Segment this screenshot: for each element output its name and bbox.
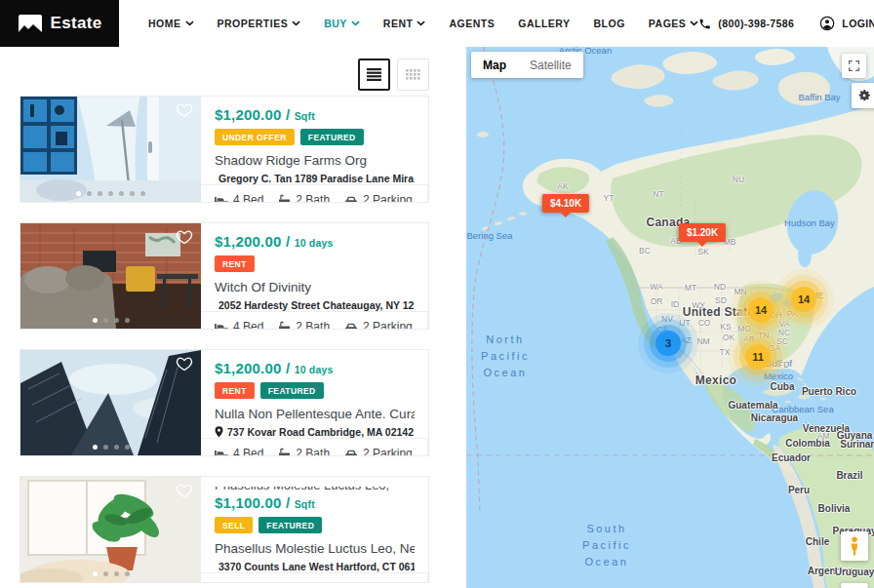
- listing-address: Gregory C. Tan 1789 Paradise Lane Mira L…: [215, 173, 415, 184]
- badge-row: UNDER OFFER FEATURED: [215, 129, 415, 145]
- listing-card[interactable]: $1,200.00 / 10 days RENT Witch Of Divini…: [20, 222, 429, 330]
- brand-logo[interactable]: Estate: [0, 0, 119, 47]
- map-settings-button[interactable]: [852, 83, 874, 108]
- listing-photo[interactable]: [20, 223, 201, 329]
- photo-blue-interior: [20, 97, 201, 202]
- area-feature: 4000 Sqft: [427, 439, 429, 457]
- sqft-icon: [428, 581, 429, 583]
- listing-card[interactable]: $1,200.00 / Sqft UNDER OFFER FEATURED Sh…: [20, 96, 429, 203]
- top-navbar: Estate HOME PROPERTIES BUY RENT AGENTS G…: [0, 0, 874, 47]
- phone-link[interactable]: (800)-398-7586: [698, 18, 794, 30]
- status-badge: RENT: [215, 382, 255, 399]
- login-register-link[interactable]: LOGIN / REGISTER: [819, 16, 874, 31]
- bed-icon: [215, 583, 228, 584]
- car-icon: [344, 449, 358, 457]
- listing-card[interactable]: $1,200.00 / 10 days RENT FEATURED Nulla …: [20, 349, 429, 456]
- cluster-marker[interactable]: 11: [745, 344, 771, 370]
- view-toolbar: [20, 59, 429, 91]
- chevron-down-icon: [690, 20, 698, 26]
- cluster-marker[interactable]: 3: [656, 331, 681, 356]
- listing-photo[interactable]: [20, 477, 201, 582]
- favorite-icon[interactable]: [176, 102, 193, 118]
- favorite-icon[interactable]: [176, 356, 193, 372]
- baths-feature: 2 Bath: [278, 193, 330, 203]
- listing-features: 4 Bed 2 Bath 2 Parking 4000 Sqft: [201, 438, 428, 456]
- carousel-dots[interactable]: [20, 571, 201, 576]
- listing-address: 737 Kovar Road Cambridge, MA 02142: [215, 426, 415, 438]
- nav-properties[interactable]: PROPERTIES: [218, 18, 301, 29]
- badge-row: SELL FEATURED: [215, 517, 415, 533]
- carousel-dots[interactable]: [20, 191, 201, 196]
- photo-skyscrapers: [20, 350, 201, 455]
- nav-pages[interactable]: PAGES: [649, 18, 698, 29]
- street-view-pegman-button[interactable]: [841, 531, 868, 561]
- zoom-control-partial[interactable]: [841, 583, 868, 588]
- bath-icon: [278, 448, 291, 456]
- listing-photo[interactable]: [20, 97, 201, 202]
- chevron-down-icon: [351, 20, 360, 26]
- clipped-title-line: Phasellus Molestie Luctus Leo, Nec.: [215, 487, 415, 494]
- price-marker[interactable]: $4.10K: [542, 194, 589, 213]
- satellite-view-button[interactable]: Satellite: [518, 52, 583, 78]
- list-view-button[interactable]: [358, 59, 390, 91]
- listing-price: $1,100.00 / Sqft: [215, 494, 415, 511]
- pegman-icon: [849, 535, 860, 557]
- price-marker[interactable]: $1.20K: [679, 223, 726, 242]
- status-badge: FEATURED: [300, 129, 364, 145]
- sqft-icon: [428, 320, 429, 330]
- baths-feature: 2 Bath: [278, 447, 330, 456]
- grid-view-icon: [406, 69, 420, 80]
- area-feature: 4000 Sqft: [427, 312, 429, 331]
- car-icon: [344, 195, 358, 204]
- nav-gallery[interactable]: GALLERY: [518, 18, 570, 29]
- listing-title[interactable]: Shadow Ridge Farms Org: [215, 153, 415, 168]
- login-label: LOGIN / REGISTER: [842, 18, 874, 29]
- listing-price: $1,200.00 / 10 days: [215, 233, 415, 250]
- status-badge: UNDER OFFER: [215, 129, 295, 145]
- listing-title[interactable]: Phasellus Molestie Luctus Leo, Nec.: [215, 541, 415, 556]
- carousel-dots[interactable]: [20, 445, 201, 450]
- parking-feature: 2 Parking: [344, 320, 413, 330]
- listing-price: $1,200.00 / 10 days: [215, 360, 415, 376]
- cluster-marker[interactable]: 14: [791, 287, 816, 312]
- favorite-icon[interactable]: [176, 229, 193, 245]
- favorite-icon[interactable]: [176, 483, 193, 498]
- listing-features: 4 Bed 2 Bath 2 Parking 4000 Sqft: [201, 311, 428, 330]
- fullscreen-icon: [848, 59, 860, 72]
- carousel-dots[interactable]: [20, 318, 201, 323]
- listing-features: 4 Bed 2 Bath 2 Parking 4000 Sqft: [201, 572, 428, 583]
- photo-plant-window: [20, 477, 201, 582]
- fullscreen-button[interactable]: [842, 54, 866, 78]
- status-badge: FEATURED: [260, 382, 324, 399]
- sqft-icon: [428, 193, 429, 203]
- nav-agents[interactable]: AGENTS: [449, 18, 495, 29]
- car-icon: [344, 322, 358, 331]
- bed-icon: [215, 449, 228, 457]
- estate-flag-icon: [18, 14, 43, 33]
- listing-title[interactable]: Witch Of Divinity: [215, 280, 415, 294]
- nav-home[interactable]: HOME: [148, 18, 194, 29]
- bath-icon: [278, 582, 291, 583]
- beds-feature: 4 Bed: [215, 447, 263, 456]
- main-nav: HOME PROPERTIES BUY RENT AGENTS GALLERY …: [148, 18, 698, 29]
- map-panel[interactable]: Arctic OceanBaffin BayBering SeaHudson B…: [466, 47, 874, 588]
- map-view-button[interactable]: Map: [471, 52, 518, 78]
- listing-card[interactable]: Phasellus Molestie Luctus Leo, Nec. $1,1…: [20, 476, 429, 583]
- list-view-icon: [367, 68, 381, 81]
- status-badge: SELL: [215, 517, 253, 533]
- listing-title[interactable]: Nulla Non Pellentesque Ante. Curabitur: [215, 407, 415, 421]
- badge-row: RENT FEATURED: [215, 382, 415, 399]
- nav-blog[interactable]: BLOG: [594, 18, 625, 29]
- bath-icon: [278, 194, 291, 203]
- listing-address: 2052 Hardesty Street Chateaugay, NY 1292…: [215, 299, 415, 311]
- area-feature: 4000 Sqft: [427, 573, 429, 584]
- bed-icon: [215, 322, 228, 331]
- listing-address: 3370 Counts Lane West Hartford, CT 06105: [215, 561, 415, 572]
- area-feature: 4000 Sqft: [427, 185, 429, 204]
- cluster-marker[interactable]: 14: [748, 297, 774, 323]
- beds-feature: 4 Bed: [215, 581, 263, 583]
- grid-view-button[interactable]: [397, 59, 429, 91]
- listing-photo[interactable]: [20, 350, 201, 455]
- nav-buy[interactable]: BUY: [324, 18, 360, 29]
- nav-rent[interactable]: RENT: [383, 18, 426, 29]
